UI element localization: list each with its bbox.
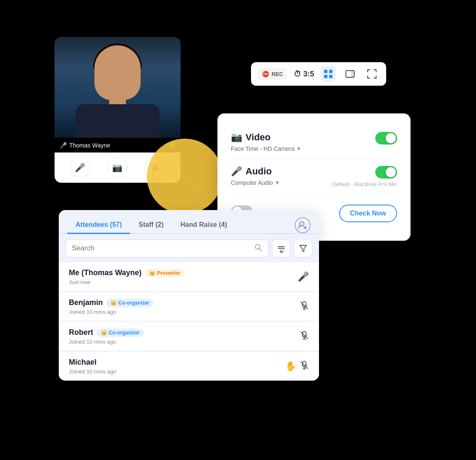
mic-icon: 🎤 [60,142,67,149]
rec-button[interactable]: ⛔ REC [258,68,287,80]
attendee-item: Robert 👑 Co-organizer Joined 10 mins ago [59,322,319,351]
svg-rect-0 [324,70,327,73]
attendee-name-robert: Robert [69,328,93,337]
attendee-time-benjamin: Joined 10 mins ago [69,309,154,315]
mic-muted-icon-michael [300,360,309,372]
video-settings-title: 📷 Video [231,132,301,143]
hand-raise-icon: ✋ [285,361,296,372]
svg-text:Z: Z [282,249,285,253]
mic-muted-icon-benjamin [300,301,309,313]
audio-toggle-knob [386,167,396,177]
person-video [55,37,180,138]
audio-source-row: Computer Audio ▼ [231,179,280,186]
audio-settings-title: 🎤 Audio [231,166,280,177]
tab-staff[interactable]: Staff (2) [130,217,172,234]
svg-rect-3 [329,75,332,78]
rec-label: REC [272,71,283,77]
sort-button[interactable]: A Z [272,239,290,258]
toggle-knob [386,133,396,143]
attendee-name-michael: Michael [69,358,97,367]
grid-view-button[interactable] [321,66,336,81]
attendee-name-row-benjamin: Benjamin 👑 Co-organizer [69,298,154,307]
attendee-name-row-michael: Michael [69,358,116,367]
toolbar: ⛔ REC ⏱ 3:5 [251,62,386,86]
video-thumbnail [55,37,180,138]
timer-icon: ⏱ [294,70,301,79]
decorative-blob [147,139,222,214]
camera-control-button[interactable]: 📷 [107,158,128,178]
svg-rect-5 [351,71,354,77]
attendee-name-row-robert: Robert 👑 Co-organizer [69,328,144,337]
svg-rect-2 [324,75,327,78]
audio-settings-left: 🎤 Audio Computer Audio ▼ [231,166,280,186]
search-input[interactable] [72,244,251,252]
add-attendee-button[interactable] [295,217,311,233]
attendees-panel: Attendees (57) Staff (2) Hand Raise (4) [59,210,319,381]
rec-slash-icon: ⛔ [262,71,269,77]
attendee-time-robert: Joined 10 mins ago [69,339,144,345]
crown-badge-icon: 👑 [149,270,155,276]
name-left: 🎤 Thomas Wayne [60,142,110,149]
attendee-info-benjamin: Benjamin 👑 Co-organizer Joined 10 mins a… [69,298,154,315]
attendee-time-me: Just now [69,279,185,285]
check-now-button[interactable]: Check Now [339,205,397,222]
attendee-name-row-me: Me (Thomas Wayne) 👑 Presenter [69,268,185,277]
mic-control-button[interactable]: 🎤 [70,158,90,178]
svg-line-10 [259,249,262,251]
mic-muted-icon-robert [300,331,309,342]
video-camera-icon: 📷 [231,132,242,143]
attendee-item: Me (Thomas Wayne) 👑 Presenter Just now 🎤 [59,263,319,292]
audio-toggle[interactable] [375,166,397,179]
audio-device-label: Default - MacBook Pro Mic [332,181,397,187]
timer-value: 3:5 [303,70,314,79]
filter-button[interactable] [294,239,312,258]
person-face [94,45,141,100]
svg-rect-1 [329,70,332,73]
chevron-down-icon[interactable]: ▼ [296,146,301,152]
tab-hand-raise[interactable]: Hand Raise (4) [172,217,235,234]
video-toggle[interactable] [375,132,397,145]
attendee-item: Benjamin 👑 Co-organizer Joined 10 mins a… [59,292,319,321]
audio-source-label: Computer Audio [231,179,273,186]
person-body [76,104,160,138]
svg-marker-16 [300,245,306,252]
search-input-wrap [65,239,269,258]
tabs-bar: Attendees (57) Staff (2) Hand Raise (4) [59,210,319,234]
audio-mic-icon: 🎤 [231,166,242,177]
search-bar-row: A Z [59,234,319,263]
sidebar-view-button[interactable] [343,66,358,81]
attendee-list: Me (Thomas Wayne) 👑 Presenter Just now 🎤… [59,263,319,381]
mic-on-icon: 🎤 [298,271,309,282]
attendee-info-michael: Michael Joined 10 mins ago [69,358,116,375]
co-organizer-badge-benjamin: 👑 Co-organizer [106,299,154,307]
video-source-row: Face Time - HD Camera ▼ [231,145,301,152]
crown-co-icon: 👑 [110,300,117,306]
attendee-item: Michael Joined 10 mins ago ✋ [59,352,319,381]
video-settings-left: 📷 Video Face Time - HD Camera ▼ [231,132,301,152]
person-name: Thomas Wayne [69,142,110,149]
tab-attendees[interactable]: Attendees (57) [67,217,130,234]
crown-co-icon-robert: 👑 [101,330,107,336]
audio-chevron-icon[interactable]: ▼ [275,180,280,186]
presenter-badge: 👑 Presenter [145,269,184,277]
video-settings-row: 📷 Video Face Time - HD Camera ▼ [231,125,397,159]
video-source-label: Face Time - HD Camera [231,145,295,152]
attendee-info-me: Me (Thomas Wayne) 👑 Presenter Just now [69,268,185,285]
co-organizer-badge-robert: 👑 Co-organizer [97,329,144,337]
search-icon [254,243,262,254]
attendee-name-me: Me (Thomas Wayne) [69,268,141,277]
attendee-info-robert: Robert 👑 Co-organizer Joined 10 mins ago [69,328,144,345]
attendee-time-michael: Joined 10 mins ago [69,368,116,375]
attendee-name-benjamin: Benjamin [69,298,103,307]
timer-display: ⏱ 3:5 [294,70,314,79]
audio-settings-row: 🎤 Audio Computer Audio ▼ Default - MacBo… [231,159,397,195]
fullscreen-button[interactable] [364,66,379,81]
